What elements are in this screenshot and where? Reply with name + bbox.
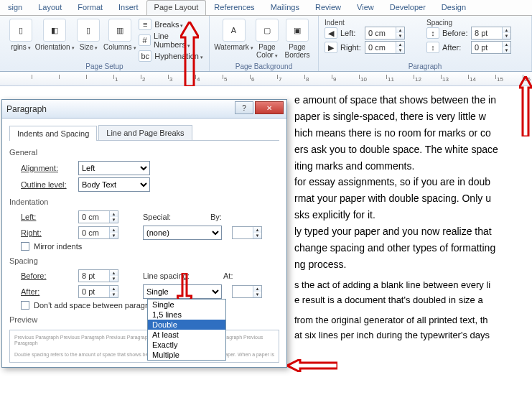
svg-marker-1 [519,76,532,136]
outline-select[interactable]: Body Text [78,177,150,192]
horizontal-ruler[interactable]: 12345678910111213141516 [0,72,532,86]
doc-line: rmat your paper with double spacing. Onl… [294,192,532,205]
spacing-before-icon: ↕ [426,27,439,39]
after-spin[interactable]: 0 pt▲▼ [78,285,118,298]
doc-line: at six lines per inch during the typewri… [294,329,532,342]
section-general: General [9,148,279,157]
section-spacing: Spacing [9,256,279,265]
columns-button[interactable]: ▥Columns [103,17,136,52]
watermark-icon: A [223,19,246,42]
tab-design[interactable]: Design [434,0,474,15]
tab-design-left[interactable]: sign [0,0,30,15]
margins-button[interactable]: ▯rgins [6,17,36,52]
indent-right-label: Right: [340,43,365,52]
page-borders-button[interactable]: ▣Page Borders [282,17,312,59]
doc-line: s the act of adding a blank line between… [294,279,532,292]
doc-line: paper is single-spaced, there is very li… [294,110,532,124]
opt-single[interactable]: Single [148,300,225,310]
opt-exactly[interactable]: Exactly [148,340,225,350]
orientation-button[interactable]: ◧Orientation [36,17,73,52]
spacing-before-label: Before: [442,29,471,37]
section-indentation: Indentation [9,198,279,206]
ribbon: ▯rgins ◧Orientation ▯Size ▥Columns ≡Brea… [0,16,532,72]
spacing-after-label: After: [442,43,471,52]
hyphenation-icon: bc [139,50,151,62]
page-color-icon: ▢ [256,19,279,42]
dialog-title: Paragraph [6,104,47,114]
indent-left-label: Left: [340,29,365,37]
tab-indents-spacing[interactable]: Indents and Spacing [9,126,97,141]
tab-layout[interactable]: Layout [30,0,70,15]
paragraph-group-title: Paragraph [325,62,526,70]
alignment-select[interactable]: Left [78,161,150,175]
before-spin[interactable]: 8 pt▲▼ [78,269,118,282]
help-button[interactable]: ? [235,101,253,114]
dialog-titlebar[interactable]: Paragraph ? ✕ [2,100,286,119]
close-button[interactable]: ✕ [255,101,284,114]
doc-line: change spacing and other types of format… [294,241,532,255]
outline-label: Outline level: [21,180,78,189]
annotation-arrow-left-double [287,359,337,372]
tab-mailings[interactable]: Mailings [263,0,307,15]
annotation-arrow-up-tab [180,22,199,86]
indent-right-label2: Right: [21,228,78,237]
doc-line: e result is a document that's doubled in… [294,294,532,307]
indent-left-spin[interactable]: 0 cm▲▼ [78,210,118,223]
doc-line: ers ask you to double space. The white s… [294,143,532,157]
special-label: Special: [143,213,186,221]
svg-marker-3 [287,359,337,372]
spacing-heading: Spacing [426,19,511,27]
ribbon-tab-strip: sign Layout Format Insert Page Layout Re… [0,0,532,16]
tab-format[interactable]: Format [70,0,111,15]
tab-insert[interactable]: Insert [111,0,146,15]
indent-right-icon: ▶ [325,42,337,53]
opt-multiple[interactable]: Multiple [148,350,225,360]
line-spacing-label: Line spacing: [143,272,203,280]
doc-line: hich means there is no room for marks or… [294,126,532,140]
by-spin[interactable]: ▲▼ [232,226,262,239]
tab-developer[interactable]: Developer [382,0,434,15]
doc-line: for essay assignments, so if you are in … [294,175,532,189]
page-background-group-title: Page Background [215,62,312,70]
opt-atleast[interactable]: At least [148,330,225,340]
size-button[interactable]: ▯Size [73,17,103,52]
doc-line: ly typed your paper and you now realize … [294,225,532,238]
tab-references[interactable]: References [206,0,262,15]
special-select[interactable]: (none) [143,226,222,240]
tab-page-layout[interactable]: Page Layout [146,0,207,15]
by-label: By: [210,213,232,221]
opt-double[interactable]: Double [148,320,225,330]
svg-marker-0 [180,22,199,86]
page-color-button[interactable]: ▢Page Color [252,17,282,60]
dont-add-space-label: Don't add space between paragra [34,301,152,310]
spacing-after-icon: ↕ [426,42,439,53]
tab-line-breaks[interactable]: Line and Page Breaks [98,125,192,140]
doc-line: iting marks and comments. [294,159,532,173]
section-preview: Preview [9,315,279,324]
dont-add-space-checkbox[interactable] [21,301,29,310]
indent-left-label2: Left: [21,213,78,221]
mirror-indents-checkbox[interactable] [21,242,29,251]
spacing-before-input[interactable]: 8 pt▲▼ [471,27,511,40]
preview-box: Previous Paragraph Previous Paragraph Pr… [9,330,279,363]
mirror-indents-label: Mirror indents [34,242,82,251]
indent-right-spin[interactable]: 0 cm▲▼ [78,226,118,239]
opt-1-5[interactable]: 1,5 lines [148,310,225,320]
alignment-label: Alignment: [21,164,78,172]
at-spin[interactable]: ▲▼ [232,285,262,298]
line-spacing-dropdown: Single 1,5 lines Double At least Exactly… [147,299,226,361]
margins-icon: ▯ [9,19,32,42]
doc-line: e amount of space that shows between the… [294,93,532,107]
breaks-icon: ≡ [139,19,151,30]
indent-left-input[interactable]: 0 cm▲▼ [365,27,405,40]
at-label: At: [223,272,245,280]
tab-view[interactable]: View [349,0,382,15]
indent-right-input[interactable]: 0 cm▲▼ [365,41,405,54]
indent-heading: Indent [325,19,405,27]
after-label: After: [21,287,78,296]
page-setup-group-title: Page Setup [6,62,203,70]
watermark-button[interactable]: AWatermark [215,17,252,52]
tab-review[interactable]: Review [307,0,349,15]
doc-line: ng process. [294,258,532,272]
spacing-after-input[interactable]: 0 pt▲▼ [471,41,511,54]
